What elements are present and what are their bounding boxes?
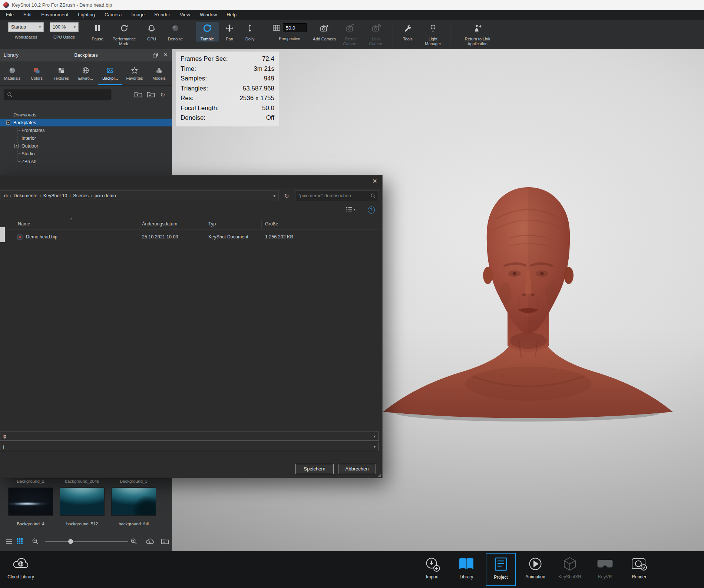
import-button[interactable]: Import: [415, 555, 449, 579]
dialog-search-box[interactable]: [295, 190, 379, 201]
breadcrumb-item[interactable]: pixo demo: [93, 193, 118, 198]
help-icon[interactable]: ?: [368, 207, 375, 214]
file-row[interactable]: Demo head.bip 25.10.2021 10:03 KeyShot D…: [7, 233, 379, 242]
menu-camera[interactable]: Camera: [100, 10, 126, 20]
cpu-usage-dropdown[interactable]: 100 % ▾: [50, 22, 79, 32]
stat-label: Denoise:: [181, 114, 205, 122]
denoise-button[interactable]: Denoise: [164, 22, 186, 42]
column-name[interactable]: Name: [18, 221, 30, 227]
stat-value: 53.587.968: [243, 85, 274, 92]
save-button[interactable]: Speichern: [295, 464, 334, 474]
tab-environments[interactable]: Enviro...: [73, 62, 98, 85]
lock-camera-icon: [372, 23, 381, 34]
chevron-down-icon: ▾: [374, 434, 376, 438]
menu-window[interactable]: Window: [195, 10, 222, 20]
tab-models[interactable]: Models: [147, 62, 171, 85]
column-size[interactable]: Größe: [265, 221, 278, 227]
project-button[interactable]: Project: [486, 553, 516, 586]
breadcrumb-item[interactable]: Scenes: [72, 193, 90, 198]
breadcrumb-item[interactable]: KeyShot 10: [42, 193, 69, 198]
breadcrumb-separator-icon: ›: [90, 193, 93, 198]
backplate-thumbnail[interactable]: [8, 488, 53, 516]
tree-item-backplates[interactable]: − Backplates: [0, 119, 172, 126]
cpu-usage-value: 100 %: [53, 24, 66, 30]
render-button[interactable]: Render: [622, 555, 656, 579]
tab-materials[interactable]: Materials: [0, 62, 24, 85]
tree-item-outdoor[interactable]: + Outdoor: [0, 142, 172, 150]
menu-help[interactable]: Help: [222, 10, 241, 20]
menu-view[interactable]: View: [175, 10, 195, 20]
tumble-button[interactable]: Tumble: [196, 22, 219, 42]
refresh-icon[interactable]: ↻: [281, 190, 292, 201]
focal-length-field[interactable]: 50,0: [283, 23, 307, 32]
list-view-icon[interactable]: [5, 538, 13, 545]
tab-textures[interactable]: Textures: [49, 62, 73, 85]
add-camera-icon: [320, 23, 329, 34]
column-date[interactable]: Änderungsdatum: [142, 221, 177, 227]
import-backplate-icon[interactable]: [161, 538, 169, 544]
grid-view-icon[interactable]: [16, 538, 23, 545]
dialog-search-input[interactable]: [298, 193, 370, 198]
light-manager-button[interactable]: Light Manager: [420, 22, 446, 46]
menu-lighting[interactable]: Lighting: [73, 10, 100, 20]
tab-favorites[interactable]: Favorites: [122, 62, 147, 85]
pause-button[interactable]: Pause: [88, 22, 107, 42]
tab-backplates[interactable]: Backpl...: [98, 62, 122, 85]
cloud-upload-icon[interactable]: [145, 538, 154, 545]
import-folder-icon[interactable]: [147, 91, 155, 98]
collapse-icon[interactable]: −: [6, 120, 10, 125]
column-type[interactable]: Typ: [208, 221, 216, 227]
refresh-icon[interactable]: ↻: [160, 91, 165, 98]
tree-item-interior[interactable]: Interior: [0, 134, 172, 142]
cpu-usage-group: 100 % ▾ CPU Usage: [50, 22, 79, 40]
tree-item-zbrush[interactable]: ZBrush: [0, 158, 172, 165]
zoom-out-icon[interactable]: [32, 538, 39, 545]
tree-item-frontplates[interactable]: Frontplates: [0, 126, 172, 134]
tree-item-studio[interactable]: Studio: [0, 150, 172, 158]
library-search-box[interactable]: [4, 89, 111, 100]
chevron-down-icon[interactable]: ▾: [273, 194, 275, 198]
breadcrumb-item[interactable]: di: [3, 193, 9, 198]
cloud-library-button[interactable]: Cloud Library: [4, 555, 38, 579]
tools-button[interactable]: Tools: [397, 22, 418, 42]
close-icon[interactable]: ×: [163, 51, 168, 59]
add-folder-icon[interactable]: [134, 91, 142, 98]
dolly-button[interactable]: Dolly: [240, 22, 260, 42]
menu-environment[interactable]: Environment: [36, 10, 73, 20]
filename-field[interactable]: ip ▾: [0, 432, 379, 441]
view-mode-button[interactable]: ▾: [346, 207, 356, 212]
thumbnail-size-slider[interactable]: [45, 541, 128, 542]
backplate-thumbnail[interactable]: [60, 488, 105, 516]
slider-knob[interactable]: [68, 539, 73, 544]
filetype-field[interactable]: ) ▾: [0, 442, 379, 451]
tab-colors[interactable]: Colors: [24, 62, 49, 85]
cancel-button[interactable]: Abbrechen: [338, 464, 376, 474]
backplate-thumbnail[interactable]: [111, 488, 156, 516]
menu-image[interactable]: Image: [126, 10, 149, 20]
undock-icon[interactable]: [153, 53, 158, 57]
add-camera-button[interactable]: Add Camera: [313, 22, 336, 42]
menu-file[interactable]: File: [1, 10, 19, 20]
performance-mode-button[interactable]: Performance Mode: [109, 22, 139, 46]
breadcrumb-item[interactable]: Dokumente: [12, 193, 39, 198]
breadcrumb-separator-icon: ›: [39, 193, 42, 198]
gpu-button[interactable]: GPU: [141, 22, 162, 42]
tumble-icon: [203, 23, 212, 34]
animation-button[interactable]: Animation: [518, 555, 552, 579]
tree-item-downloads[interactable]: Downloads: [0, 111, 172, 119]
head-model[interactable]: [380, 184, 675, 423]
pan-button[interactable]: Pan: [221, 22, 238, 42]
expand-icon[interactable]: +: [14, 144, 19, 148]
sort-ascending-icon: ^: [70, 218, 72, 222]
zoom-in-icon[interactable]: [130, 538, 137, 545]
close-icon[interactable]: ×: [373, 176, 377, 185]
resize-grip[interactable]: ◢: [378, 473, 381, 477]
library-button[interactable]: Library: [449, 555, 483, 579]
animation-play-icon: [527, 555, 543, 573]
image-icon: [106, 67, 114, 74]
return-to-link-application-button[interactable]: Return to Link Application: [455, 22, 500, 46]
workspace-dropdown[interactable]: Startup ▾: [8, 22, 44, 32]
menu-edit[interactable]: Edit: [19, 10, 36, 20]
library-search-input[interactable]: [14, 92, 103, 97]
menu-render[interactable]: Render: [149, 10, 175, 20]
